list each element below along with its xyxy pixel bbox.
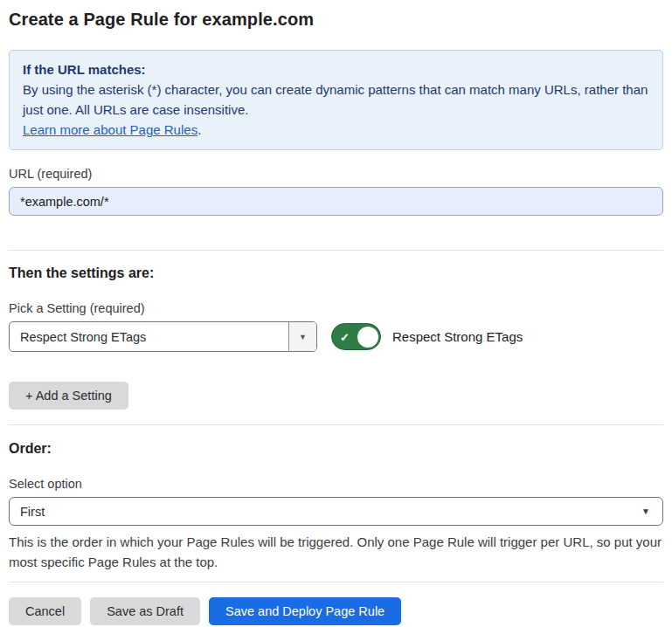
save-deploy-button[interactable]: Save and Deploy Page Rule xyxy=(209,597,401,625)
info-box-heading: If the URL matches: xyxy=(23,59,649,79)
order-section-heading: Order: xyxy=(9,441,663,457)
info-box-link-line: Learn more about Page Rules. xyxy=(23,120,649,140)
footer-actions: Cancel Save as Draft Save and Deploy Pag… xyxy=(9,597,663,625)
setting-select-value: Respect Strong ETags xyxy=(10,322,288,351)
save-draft-button[interactable]: Save as Draft xyxy=(90,597,200,625)
url-matches-info-box: If the URL matches: By using the asteris… xyxy=(9,50,663,150)
settings-section-heading: Then the settings are: xyxy=(9,265,663,281)
chevron-down-icon: ▼ xyxy=(641,506,650,516)
divider xyxy=(9,582,663,582)
url-input[interactable] xyxy=(9,187,663,216)
toggle-label: Respect Strong ETags xyxy=(392,329,523,344)
page-rule-form: Create a Page Rule for example.com If th… xyxy=(0,0,672,625)
info-box-body: By using the asterisk (*) character, you… xyxy=(23,79,649,120)
cancel-button[interactable]: Cancel xyxy=(9,597,81,625)
pick-setting-label: Pick a Setting (required) xyxy=(9,301,663,315)
toggle-knob xyxy=(357,327,378,348)
check-icon: ✓ xyxy=(340,330,350,343)
divider xyxy=(9,250,663,251)
link-suffix: . xyxy=(197,122,201,137)
url-field-label: URL (required) xyxy=(9,167,663,181)
page-title: Create a Page Rule for example.com xyxy=(9,10,663,30)
setting-toggle[interactable]: ✓ xyxy=(331,323,381,350)
divider xyxy=(9,424,663,425)
order-select-label: Select option xyxy=(9,477,663,491)
order-select[interactable]: First ▼ xyxy=(9,497,663,526)
setting-row: Respect Strong ETags ▼ ✓ Respect Strong … xyxy=(9,321,663,352)
order-help-text: This is the order in which your Page Rul… xyxy=(9,532,663,572)
setting-select[interactable]: Respect Strong ETags ▼ xyxy=(9,321,317,352)
add-setting-button[interactable]: + Add a Setting xyxy=(9,382,128,410)
learn-more-link[interactable]: Learn more about Page Rules xyxy=(23,122,197,137)
order-select-value: First xyxy=(20,505,641,519)
chevron-down-icon[interactable]: ▼ xyxy=(288,322,316,351)
